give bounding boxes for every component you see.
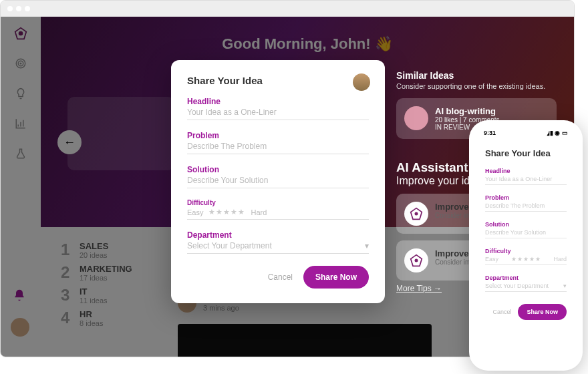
phone-problem-group: Problem Describe The Problem <box>485 194 567 212</box>
difficulty-row[interactable]: Easy ★★★★★ Hard <box>187 206 369 216</box>
share-idea-modal: Share Your Idea Headline Problem Solutio… <box>171 60 385 303</box>
phone-cancel-button[interactable]: Cancel <box>492 309 511 315</box>
phone-difficulty-row[interactable]: Easy ★★★★★ Hard <box>485 254 567 262</box>
phone-solution-label: Solution <box>485 221 567 228</box>
idea-title: AI blog-writing <box>435 106 500 116</box>
headline-input[interactable] <box>187 106 369 117</box>
star-rating-icon[interactable]: ★★★★★ <box>511 256 541 262</box>
difficulty-hard-label: Hard <box>251 208 267 216</box>
phone-modal-title: Share Your Idea <box>485 148 567 158</box>
window-dot <box>7 6 13 11</box>
headline-field-group: Headline <box>187 97 369 120</box>
phone-actions: Cancel Share Now <box>485 304 567 320</box>
idea-avatar <box>404 106 428 130</box>
department-field-group: Department Select Your Department ▾ <box>187 230 369 254</box>
battery-icon: ▭ <box>562 130 568 136</box>
problem-input[interactable] <box>187 140 369 151</box>
phone-department-group: Department Select Your Department ▾ <box>485 274 567 292</box>
phone-share-button[interactable]: Share Now <box>518 304 567 320</box>
solution-label: Solution <box>187 165 369 174</box>
phone-notch <box>502 126 549 138</box>
problem-field-group: Problem <box>187 131 369 154</box>
logo-icon <box>404 202 428 226</box>
chevron-down-icon: ▾ <box>563 283 567 289</box>
phone-easy-label: Easy <box>485 256 498 262</box>
chevron-down-icon: ▾ <box>365 241 369 250</box>
headline-label: Headline <box>187 97 369 106</box>
similar-sub: Consider supporting one of the existing … <box>396 82 557 90</box>
phone-headline-input[interactable]: Your Idea as a One-Liner <box>485 174 567 182</box>
phone-headline-label: Headline <box>485 168 567 174</box>
phone-department-label: Department <box>485 274 567 281</box>
similar-heading: Similar Ideas <box>396 70 557 81</box>
modal-user-avatar[interactable] <box>353 73 370 91</box>
phone-problem-input[interactable]: Describe The Problem <box>485 201 567 209</box>
phone-mockup: 9:31 ▮▮▮ ◉ ▭ Share Your Idea Headline Yo… <box>469 120 583 371</box>
wifi-icon: ◉ <box>555 130 560 136</box>
modal-actions: Cancel Share Now <box>187 266 369 289</box>
window-titlebar <box>1 1 574 17</box>
cancel-button[interactable]: Cancel <box>268 272 293 282</box>
phone-content: Share Your Idea Headline Your Idea as a … <box>474 136 577 320</box>
share-now-button[interactable]: Share Now <box>303 266 369 289</box>
difficulty-label: Difficulty <box>187 199 369 206</box>
phone-difficulty-label: Difficulty <box>485 248 567 254</box>
department-placeholder: Select Your Department <box>187 241 272 250</box>
phone-solution-group: Solution Describe Your Solution <box>485 221 567 238</box>
phone-headline-group: Headline Your Idea as a One-Liner <box>485 168 567 185</box>
solution-field-group: Solution <box>187 165 369 188</box>
window-dot <box>16 6 21 11</box>
problem-label: Problem <box>187 131 369 140</box>
department-select[interactable]: Select Your Department ▾ <box>187 240 369 250</box>
phone-department-select[interactable]: Select Your Department ▾ <box>485 281 567 289</box>
phone-department-placeholder: Select Your Department <box>485 283 549 289</box>
phone-solution-input[interactable]: Describe Your Solution <box>485 228 567 236</box>
department-label: Department <box>187 230 369 240</box>
solution-input[interactable] <box>187 174 369 185</box>
phone-screen: 9:31 ▮▮▮ ◉ ▭ Share Your Idea Headline Yo… <box>474 126 577 365</box>
difficulty-easy-label: Easy <box>187 208 203 216</box>
phone-problem-label: Problem <box>485 194 567 201</box>
svg-point-8 <box>415 259 418 262</box>
status-time: 9:31 <box>484 130 496 136</box>
svg-point-6 <box>415 212 418 216</box>
star-rating-icon[interactable]: ★★★★★ <box>208 208 245 216</box>
difficulty-field-group: Difficulty Easy ★★★★★ Hard <box>187 199 369 220</box>
phone-difficulty-group: Difficulty Easy ★★★★★ Hard <box>485 248 567 265</box>
more-tips-link[interactable]: More Tips → <box>396 284 442 293</box>
logo-icon <box>404 248 428 272</box>
window-dot <box>25 6 30 11</box>
phone-hard-label: Hard <box>553 256 567 262</box>
modal-title: Share Your Idea <box>187 75 369 86</box>
